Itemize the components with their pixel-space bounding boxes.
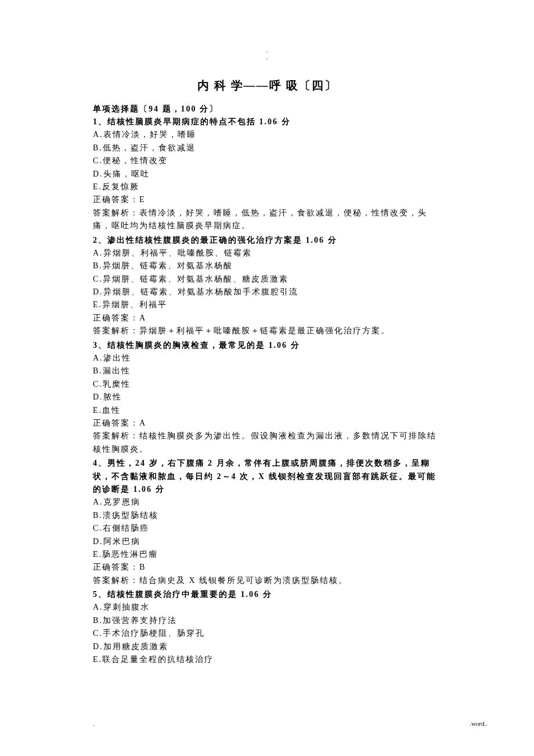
option-c: C.手术治疗肠梗阻、肠穿孔: [93, 627, 441, 640]
option-e: E.血性: [93, 404, 441, 417]
option-e: E.联合足量全程的抗结核治疗: [93, 653, 441, 666]
option-d: D.阿米巴病: [93, 535, 441, 548]
question-text: 3、结核性胸膜炎的胸液检查，最常见的是 1.06 分: [93, 339, 441, 352]
answer-explanation: 答案解析：表情冷淡，好哭，嗜睡，低热，盗汗，食欲减退，便秘，性情改变，头痛，呕吐…: [93, 207, 441, 233]
option-e: E.异烟肼、利福平: [93, 298, 441, 311]
option-d: D.头痛，呕吐: [93, 168, 441, 181]
option-a: A.表情冷淡，好哭，嗜睡: [93, 128, 441, 141]
correct-answer: 正确答案：E: [93, 193, 441, 206]
option-c: C.乳糜性: [93, 378, 441, 391]
option-a: A.穿刺抽腹水: [93, 601, 441, 614]
option-a: A.异烟肼、利福平、吡嗪酰胺、链霉素: [93, 247, 441, 260]
question-3: 3、结核性胸膜炎的胸液检查，最常见的是 1.06 分 A.渗出性 B.漏出性 C…: [93, 339, 441, 456]
option-b: B.加强营养支持疗法: [93, 614, 441, 627]
correct-answer: 正确答案：A: [93, 417, 441, 430]
page-footer: . .word..: [93, 720, 488, 727]
option-a: A.渗出性: [93, 352, 441, 365]
question-5: 5、结核性腹膜炎治疗中最重要的是 1.06 分 A.穿刺抽腹水 B.加强营养支持…: [93, 588, 441, 666]
footer-right: .word..: [470, 720, 488, 727]
option-c: C.异烟肼、链霉素、对氨基水杨酸、糖皮质激素: [93, 273, 441, 286]
answer-explanation: 答案解析：结核性胸膜炎多为渗出性。假设胸液检查为漏出液，多数情况下可排除结核性胸…: [93, 430, 441, 456]
question-text: 5、结核性腹膜炎治疗中最重要的是 1.06 分: [93, 588, 441, 601]
option-b: B.低热，盗汗，食欲减退: [93, 142, 441, 154]
question-text: 1、结核性脑膜炎早期病症的特点不包括 1.06 分: [93, 116, 441, 128]
correct-answer: 正确答案：A: [93, 312, 441, 325]
answer-explanation: 答案解析：结合病史及 X 线钡餐所见可诊断为溃疡型肠结核。: [93, 574, 441, 587]
option-b: B.异烟肼、链霉素、对氨基水杨酸: [93, 260, 441, 272]
option-c: C.右侧结肠癌: [93, 522, 441, 535]
option-e: E.肠恶性淋巴瘤: [93, 548, 441, 561]
option-d: D.异烟肼、链霉素、对氨基水杨酸加手术腹腔引流: [93, 286, 441, 298]
page-title: 内 科 学——呼 吸〔四〕: [93, 78, 441, 93]
option-a: A.克罗恩病: [93, 496, 441, 509]
question-4: 4、男性，24 岁，右下腹痛 2 月余，常伴有上腹或脐周腹痛，排便次数稍多，呈糊…: [93, 457, 441, 587]
option-d: D.加用糖皮质激素: [93, 640, 441, 653]
header-periods: . .: [93, 46, 441, 60]
answer-explanation: 答案解析：异烟肼＋利福平＋吡嗪酰胺＋链霉素是最正确强化治疗方案。: [93, 325, 441, 337]
question-text: 4、男性，24 岁，右下腹痛 2 月余，常伴有上腹或脐周腹痛，排便次数稍多，呈糊…: [93, 457, 441, 496]
option-e: E.反复惊厥: [93, 181, 441, 193]
option-b: B.溃疡型肠结核: [93, 509, 441, 522]
option-b: B.漏出性: [93, 365, 441, 377]
question-2: 2、渗出性结核性腹膜炎的最正确的强化治疗方案是 1.06 分 A.异烟肼、利福平…: [93, 234, 441, 338]
question-text: 2、渗出性结核性腹膜炎的最正确的强化治疗方案是 1.06 分: [93, 234, 441, 247]
section-header: 单项选择题〔94 题，100 分〕: [93, 104, 441, 114]
option-d: D.脓性: [93, 391, 441, 404]
footer-left: .: [93, 720, 95, 727]
question-1: 1、结核性脑膜炎早期病症的特点不包括 1.06 分 A.表情冷淡，好哭，嗜睡 B…: [93, 116, 441, 233]
correct-answer: 正确答案：B: [93, 561, 441, 574]
option-c: C.便秘，性情改变: [93, 154, 441, 167]
